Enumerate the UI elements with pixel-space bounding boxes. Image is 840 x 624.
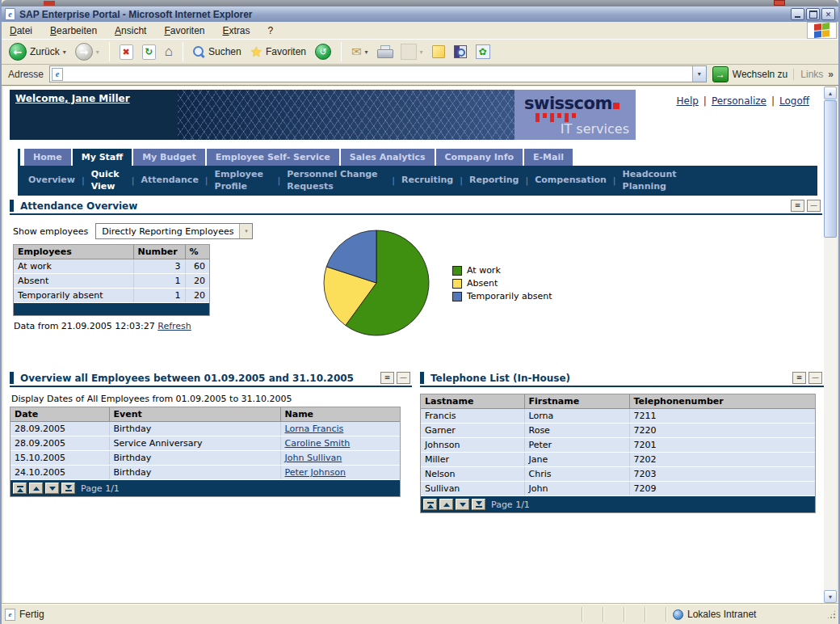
subnav-compensation[interactable]: Compensation	[535, 175, 607, 186]
scroll-up-icon[interactable]: ▲	[824, 86, 837, 99]
first-page-button[interactable]	[423, 499, 437, 510]
table-row: Temporarily absent120	[14, 289, 209, 303]
close-button[interactable]	[821, 8, 835, 20]
menu-extras[interactable]: Extras	[223, 25, 250, 36]
background-window-close-icon	[774, 0, 785, 6]
stop-button[interactable]: ✖	[117, 43, 136, 61]
mail-button[interactable]: ✉ ▾	[349, 43, 371, 61]
employee-link[interactable]: John Sullivan	[285, 453, 342, 463]
back-dropdown-icon[interactable]: ▾	[63, 48, 66, 56]
links-chevron-icon[interactable]: »	[828, 69, 834, 80]
subnav-recruiting[interactable]: Recruiting	[401, 175, 453, 186]
pager: Page 1/1	[421, 496, 815, 512]
tab-my-staff[interactable]: My Staff	[73, 149, 132, 166]
last-page-button[interactable]	[472, 499, 485, 510]
next-page-button[interactable]	[45, 483, 59, 494]
last-page-button[interactable]	[61, 483, 75, 494]
welcome-block: Welcome, Jane Miller	[10, 90, 178, 140]
tab-home[interactable]: Home	[24, 149, 71, 166]
tab-my-budget[interactable]: My Budget	[133, 149, 205, 166]
address-dropdown-icon[interactable]: ▾	[692, 66, 706, 82]
vertical-scrollbar[interactable]: ▲ ▼	[824, 86, 837, 603]
title-bar: e SAP Enterprise Portal - Microsoft Inte…	[2, 6, 838, 22]
page-indicator: Page 1/1	[491, 500, 530, 510]
forward-button[interactable]: → ▾	[73, 41, 102, 62]
employee-link[interactable]: Peter Johnson	[285, 467, 346, 478]
back-button[interactable]: ← Zurück ▾	[6, 41, 69, 62]
previous-page-button[interactable]	[439, 499, 453, 510]
attendance-table: Employees Number % At work360 Absent120 …	[13, 244, 210, 316]
legend-swatch-temporarily-absent	[452, 292, 462, 301]
subnav-employee-profile[interactable]: Employee Profile	[215, 169, 271, 192]
panel-options-icon[interactable]: ≡	[380, 372, 394, 384]
resize-grip[interactable]	[826, 609, 837, 620]
mail-dropdown-icon[interactable]: ▾	[365, 48, 368, 56]
edit-icon	[401, 44, 417, 60]
panel-options-icon[interactable]: ≡	[791, 200, 804, 212]
select-dropdown-icon[interactable]: ▾	[239, 224, 252, 238]
tab-email[interactable]: E-Mail	[524, 149, 573, 166]
menu-datei[interactable]: Datei	[10, 25, 32, 36]
subnav-headcount-planning[interactable]: Headcount Planning	[623, 169, 686, 192]
research-book-icon	[454, 45, 467, 58]
next-page-button[interactable]	[456, 499, 469, 510]
subnav-overview[interactable]: Overview	[28, 175, 75, 186]
home-button[interactable]: ⌂	[162, 42, 175, 61]
research-button[interactable]	[452, 44, 469, 60]
print-button[interactable]	[375, 44, 394, 61]
messenger-note-button[interactable]	[430, 44, 447, 60]
col-date: Date	[10, 407, 109, 422]
menu-help[interactable]: ?	[268, 25, 274, 36]
table-row: NelsonChris7203	[421, 467, 815, 482]
logoff-link[interactable]: Logoff	[779, 95, 809, 107]
personalize-link[interactable]: Personalize	[712, 95, 766, 107]
background-window-strip	[2, 0, 838, 6]
tab-sales-analytics[interactable]: Sales Analytics	[341, 149, 435, 166]
events-table: Date Event Name 28.09.2005Birthday Lorna…	[10, 407, 401, 497]
table-row: SullivanJohn7209	[421, 482, 815, 496]
history-button[interactable]: ↺	[313, 42, 334, 61]
tab-employee-self-service[interactable]: Employee Self- Service	[207, 149, 339, 166]
menu-favoriten[interactable]: Favoriten	[164, 25, 204, 36]
maximize-button[interactable]	[806, 8, 820, 20]
subnav-attendance[interactable]: Attendance	[141, 175, 198, 186]
first-page-button[interactable]	[13, 483, 27, 494]
scroll-down-icon[interactable]: ▼	[824, 590, 837, 603]
subnav-reporting[interactable]: Reporting	[469, 175, 519, 186]
favorites-button[interactable]: ★ Favoriten	[248, 42, 309, 62]
table-row: GarnerRose7220	[421, 424, 815, 438]
portal-banner: Welcome, Jane Miller swisscom IT service…	[10, 90, 824, 140]
col-percent: %	[185, 245, 209, 259]
refresh-link[interactable]: Refresh	[158, 321, 191, 331]
tab-company-info[interactable]: Company Info	[436, 149, 523, 166]
page-content: Welcome, Jane Miller swisscom IT service…	[3, 86, 827, 603]
telephone-table: Lastname Firstname Telephonenumber Franc…	[420, 394, 816, 513]
minimize-button[interactable]	[791, 8, 804, 20]
menu-ansicht[interactable]: Ansicht	[115, 25, 146, 36]
go-button[interactable]: → Wechseln zu	[712, 66, 788, 82]
links-toolbar[interactable]: Links »	[793, 69, 834, 80]
menu-bearbeiten[interactable]: Bearbeiten	[50, 25, 97, 36]
employee-link[interactable]: Lorna Francis	[285, 424, 344, 434]
panel-minimize-icon[interactable]: —	[807, 200, 821, 212]
subnav-quick-view[interactable]: Quick View	[91, 169, 125, 192]
legend-swatch-at-work	[452, 266, 462, 276]
panel-minimize-icon[interactable]: —	[397, 372, 410, 384]
panel-options-icon[interactable]: ≡	[792, 372, 806, 384]
data-timestamp: Data from 21.09.2005 12:03:27	[14, 321, 155, 331]
help-link[interactable]: Help	[676, 95, 698, 107]
panel-minimize-icon[interactable]: —	[808, 372, 822, 384]
previous-page-button[interactable]	[29, 483, 43, 494]
icq-button[interactable]: ✿	[473, 43, 493, 61]
col-telephonenumber: Telephonenumber	[629, 394, 815, 409]
employee-link[interactable]: Caroline Smith	[285, 438, 351, 449]
scrollbar-thumb[interactable]	[824, 100, 837, 238]
address-label: Adresse	[8, 69, 44, 80]
status-page-icon: e	[5, 609, 15, 621]
search-button[interactable]: Suchen	[191, 44, 244, 60]
address-input[interactable]: e ▾	[49, 65, 707, 82]
attendance-pie-chart	[323, 230, 430, 339]
employee-filter-select[interactable]: Directly Reporting Employees ▾	[95, 223, 253, 239]
refresh-button[interactable]: ↻	[140, 43, 158, 61]
subnav-personnel-change-requests[interactable]: Personnel Change Requests	[287, 169, 385, 192]
